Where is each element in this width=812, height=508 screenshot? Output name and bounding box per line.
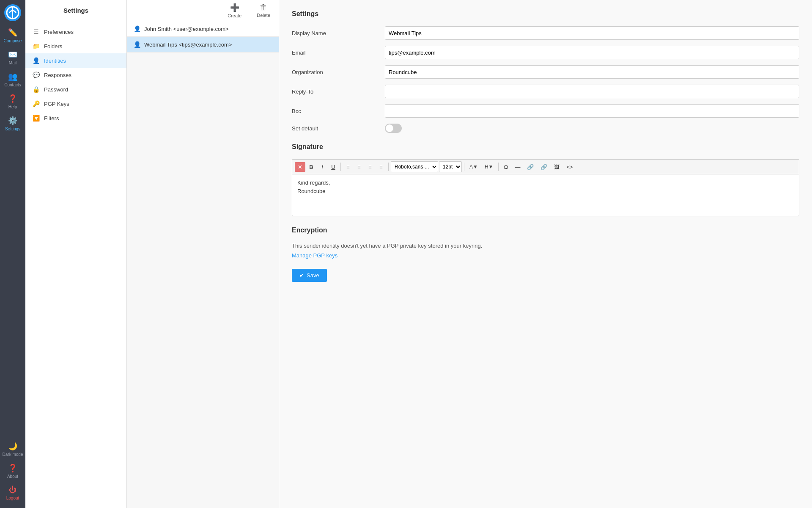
sidebar-title: Settings (25, 0, 126, 21)
display-name-label: Display Name (292, 30, 385, 36)
reply-to-input[interactable] (385, 85, 799, 98)
compose-icon: ✏️ (8, 28, 17, 37)
left-navigation: ✏️ Compose ✉️ Mail 👥 Contacts ❓ Help ⚙️ … (0, 0, 25, 508)
sig-font-size-select[interactable]: 12pt (439, 161, 462, 172)
nav-label-compose: Compose (4, 39, 22, 43)
nav-item-mail[interactable]: ✉️ Mail (0, 47, 25, 69)
folders-icon: 📁 (32, 43, 40, 50)
sig-align-center-button[interactable]: ≡ (354, 162, 364, 172)
password-icon: 🔒 (32, 86, 40, 93)
manage-pgp-link[interactable]: Manage PGP keys (292, 252, 337, 259)
bcc-label: Bcc (292, 108, 385, 114)
sidebar-item-label-preferences: Preferences (44, 29, 74, 35)
sig-unlink-button[interactable]: 🔗 (538, 162, 550, 172)
nav-label-logout: Logout (6, 496, 19, 500)
delete-button[interactable]: 🗑 Delete (253, 1, 274, 19)
settings-icon: ⚙️ (8, 116, 17, 125)
email-row: Email (292, 46, 799, 59)
set-default-row: Set default (292, 124, 799, 133)
save-label: Save (307, 272, 319, 279)
display-name-input[interactable] (385, 26, 799, 40)
display-name-row: Display Name (292, 26, 799, 40)
sig-highlight-button[interactable]: H▼ (482, 162, 497, 171)
encryption-section: Encryption This sender identity doesn't … (292, 226, 799, 259)
sig-divider-1 (340, 163, 341, 171)
logout-icon: ⏻ (9, 486, 16, 494)
sig-image-button[interactable]: 🖼 (551, 162, 562, 172)
nav-label-about: About (7, 474, 18, 479)
delete-icon: 🗑 (260, 3, 267, 12)
organization-label: Organization (292, 69, 385, 75)
encryption-note: This sender identity doesn't yet have a … (292, 243, 799, 249)
sig-font-family-select[interactable]: Roboto,sans-... (391, 161, 438, 172)
sig-link-button[interactable]: 🔗 (524, 162, 537, 172)
encryption-title: Encryption (292, 226, 799, 234)
signature-line-1: Kind regards, (297, 179, 794, 187)
bcc-input[interactable] (385, 104, 799, 118)
sidebar-item-label-password: Password (44, 86, 68, 93)
organization-input[interactable] (385, 65, 799, 79)
reply-to-label: Reply-To (292, 88, 385, 95)
identity-item-webmail[interactable]: 👤 Webmail Tips <tips@example.com> (127, 37, 279, 52)
identity-icon-webmail: 👤 (134, 41, 141, 48)
email-input[interactable] (385, 46, 799, 59)
preferences-icon: ☰ (32, 28, 40, 35)
nav-item-logout[interactable]: ⏻ Logout (0, 482, 25, 504)
sig-italic-button[interactable]: I (317, 162, 327, 172)
contacts-icon: 👥 (8, 72, 17, 81)
nav-bottom: 🌙 Dark mode ❓ About ⏻ Logout (0, 438, 25, 508)
sidebar-item-preferences[interactable]: ☰ Preferences (25, 25, 126, 39)
signature-section: Signature ✕ B I U ≡ ≡ ≡ ≡ Roboto,sans-..… (292, 143, 799, 216)
identity-toolbar: ➕ Create 🗑 Delete (127, 0, 279, 21)
signature-editor[interactable]: Kind regards, Roundcube (292, 174, 799, 216)
sig-hr-button[interactable]: — (512, 162, 523, 172)
settings-section-title: Settings (292, 10, 799, 18)
sig-divider-3 (464, 163, 464, 171)
sig-omega-button[interactable]: Ω (501, 162, 511, 172)
identity-item-john[interactable]: 👤 John Smith <user@example.com> (127, 21, 279, 37)
sidebar-item-label-pgp-keys: PGP Keys (44, 101, 69, 107)
nav-label-mail: Mail (9, 61, 16, 65)
about-icon: ❓ (8, 464, 17, 473)
sig-underline-button[interactable]: U (328, 162, 338, 172)
nav-item-compose[interactable]: ✏️ Compose (0, 25, 25, 47)
sig-bold-button[interactable]: B (306, 162, 316, 172)
sig-close-button[interactable]: ✕ (295, 162, 305, 172)
nav-label-settings: Settings (5, 127, 20, 131)
save-button[interactable]: ✔ Save (292, 269, 327, 282)
responses-icon: 💬 (32, 72, 40, 78)
reply-to-row: Reply-To (292, 85, 799, 98)
sig-align-right-button[interactable]: ≡ (365, 162, 375, 172)
create-button[interactable]: ➕ Create (224, 1, 245, 20)
signature-toolbar: ✕ B I U ≡ ≡ ≡ ≡ Roboto,sans-... 12pt A▼ … (292, 159, 799, 174)
sig-align-left-button[interactable]: ≡ (343, 162, 353, 172)
sidebar-item-label-filters: Filters (44, 115, 59, 121)
nav-item-about[interactable]: ❓ About (0, 460, 25, 482)
nav-item-contacts[interactable]: 👥 Contacts (0, 69, 25, 91)
identity-panel: ➕ Create 🗑 Delete 👤 John Smith <user@exa… (127, 0, 279, 508)
sidebar-item-password[interactable]: 🔒 Password (25, 82, 126, 97)
nav-item-settings[interactable]: ⚙️ Settings (0, 113, 25, 135)
sig-divider-2 (388, 163, 389, 171)
sidebar-item-responses[interactable]: 💬 Responses (25, 68, 126, 82)
darkmode-icon: 🌙 (8, 442, 17, 451)
identities-icon: 👤 (32, 57, 40, 64)
identity-icon-john: 👤 (134, 25, 141, 32)
sig-font-color-button[interactable]: A▼ (466, 162, 481, 171)
sig-align-justify-button[interactable]: ≡ (376, 162, 386, 172)
nav-label-contacts: Contacts (4, 83, 21, 87)
sidebar-item-folders[interactable]: 📁 Folders (25, 39, 126, 53)
main-inner: Settings Display Name Email Organization… (279, 0, 812, 292)
create-icon: ➕ (230, 3, 239, 12)
set-default-toggle[interactable] (385, 124, 402, 133)
bcc-row: Bcc (292, 104, 799, 118)
sidebar-item-filters[interactable]: 🔽 Filters (25, 111, 126, 125)
sidebar-item-pgp-keys[interactable]: 🔑 PGP Keys (25, 97, 126, 111)
sidebar-item-identities[interactable]: 👤 Identities (25, 53, 126, 68)
nav-item-help[interactable]: ❓ Help (0, 91, 25, 113)
identity-label-john: John Smith <user@example.com> (144, 26, 229, 32)
nav-item-darkmode[interactable]: 🌙 Dark mode (0, 438, 25, 460)
sig-code-button[interactable]: <> (563, 162, 576, 172)
settings-sidebar: Settings ☰ Preferences 📁 Folders 👤 Ident… (25, 0, 127, 508)
mail-icon: ✉️ (8, 50, 17, 59)
